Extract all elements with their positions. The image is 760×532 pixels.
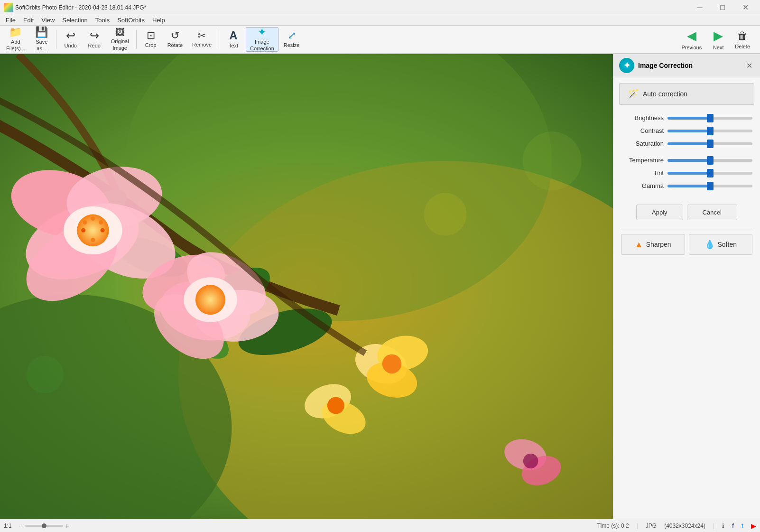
- zoom-minus-icon[interactable]: −: [19, 522, 23, 530]
- menu-softorbits[interactable]: SoftOrbits: [113, 16, 148, 25]
- facebook-icon[interactable]: f: [732, 523, 734, 529]
- canvas-area[interactable]: [0, 54, 613, 519]
- youtube-icon[interactable]: ▶: [751, 522, 756, 530]
- svg-point-18: [91, 216, 95, 221]
- saturation-slider[interactable]: [667, 142, 752, 145]
- original-image-label: OriginalImage: [111, 38, 129, 51]
- auto-correction-label: Auto correction: [643, 90, 687, 98]
- toolbar-sep-1: [56, 30, 56, 49]
- zoom-level: 1:1: [4, 523, 12, 529]
- zoom-slider-area[interactable]: − +: [19, 522, 69, 530]
- minimize-button[interactable]: ─: [689, 0, 711, 15]
- redo-icon: ↪: [90, 30, 99, 41]
- previous-button[interactable]: ◀ Previous: [677, 27, 706, 52]
- saturation-label: Saturation: [621, 140, 664, 147]
- previous-icon: ◀: [687, 28, 696, 43]
- divider: [621, 228, 752, 228]
- next-button[interactable]: ▶ Next: [707, 27, 730, 52]
- original-image-button[interactable]: 🖼 OriginalImage: [107, 27, 133, 52]
- image-correction-button[interactable]: ✦ ImageCorrection: [246, 27, 278, 52]
- crop-button[interactable]: ⊡ Crop: [139, 27, 162, 52]
- effect-buttons: ▲ Sharpen 💧 Soften: [613, 230, 760, 262]
- toolbar-sep-3: [219, 30, 219, 49]
- menu-edit[interactable]: Edit: [19, 16, 37, 25]
- twitter-icon[interactable]: t: [741, 523, 743, 529]
- temperature-row: Temperature: [621, 157, 752, 164]
- format-display: JPG: [646, 523, 657, 529]
- tint-slider[interactable]: [667, 172, 752, 175]
- rotate-icon: ↺: [171, 30, 179, 41]
- brightness-row: Brightness: [621, 114, 752, 121]
- toolbox-title-row: ✦ Image Correction: [619, 58, 693, 73]
- save-as-button[interactable]: 💾 Saveas...: [30, 27, 53, 52]
- rotate-label: Rotate: [167, 42, 183, 48]
- resize-button[interactable]: ⤢ Resize: [279, 27, 304, 52]
- delete-icon: 🗑: [737, 30, 748, 42]
- menu-selection[interactable]: Selection: [58, 16, 91, 25]
- contrast-label: Contrast: [621, 127, 664, 134]
- tint-label: Tint: [621, 169, 664, 177]
- menu-view[interactable]: View: [37, 16, 58, 25]
- sharpen-label: Sharpen: [646, 241, 671, 248]
- main-area: ✦ Image Correction ✕ 🪄 Auto correction B…: [0, 54, 760, 519]
- gamma-slider[interactable]: [667, 185, 752, 187]
- status-sep-1: |: [637, 523, 638, 529]
- undo-label: Undo: [65, 43, 77, 49]
- soften-label: Soften: [718, 241, 737, 248]
- svg-point-19: [101, 228, 105, 233]
- maximize-button[interactable]: □: [712, 0, 733, 15]
- next-icon: ▶: [714, 28, 723, 43]
- remove-label: Remove: [192, 42, 212, 48]
- undo-button[interactable]: ↩ Undo: [59, 27, 82, 52]
- resize-label: Resize: [284, 42, 300, 48]
- remove-button[interactable]: ✂ Remove: [188, 27, 216, 52]
- image-correction-icon: ✦: [258, 27, 266, 37]
- dimensions-display: (4032x3024x24): [664, 523, 705, 529]
- zoom-track[interactable]: [25, 525, 63, 527]
- menu-tools[interactable]: Tools: [92, 16, 113, 25]
- image-canvas: [0, 54, 613, 519]
- soften-button[interactable]: 💧 Soften: [689, 234, 753, 255]
- toolbar: 📁 AddFile(s)... 💾 Saveas... ↩ Undo ↪ Red…: [0, 26, 760, 54]
- brightness-label: Brightness: [621, 114, 664, 121]
- sharpen-icon: ▲: [635, 240, 643, 250]
- wand-icon: 🪄: [627, 88, 639, 100]
- contrast-slider[interactable]: [667, 130, 752, 132]
- svg-point-39: [424, 193, 467, 236]
- app-icon: [4, 3, 13, 12]
- info-icon[interactable]: ℹ: [722, 523, 724, 529]
- zoom-control: 1:1: [4, 523, 12, 529]
- text-button[interactable]: A Text: [222, 27, 245, 52]
- close-button[interactable]: ✕: [734, 0, 756, 15]
- menu-help[interactable]: Help: [148, 16, 169, 25]
- redo-button[interactable]: ↪ Redo: [83, 27, 106, 52]
- delete-button[interactable]: 🗑 Delete: [731, 27, 754, 52]
- add-files-button[interactable]: 📁 AddFile(s)...: [2, 27, 29, 52]
- toolbox-icon: ✦: [619, 58, 634, 73]
- status-bar: 1:1 − + Time (s): 0.2 | JPG (4032x3024x2…: [0, 519, 760, 532]
- original-image-icon: 🖼: [115, 28, 125, 37]
- undo-icon: ↩: [66, 30, 75, 41]
- add-files-icon: 📁: [9, 27, 22, 37]
- toolbox-close-button[interactable]: ✕: [744, 60, 754, 71]
- svg-point-20: [81, 228, 85, 233]
- saturation-row: Saturation: [621, 140, 752, 147]
- text-label: Text: [229, 43, 238, 49]
- auto-correction-button[interactable]: 🪄 Auto correction: [619, 83, 754, 105]
- svg-point-41: [26, 356, 64, 393]
- remove-icon: ✂: [198, 31, 206, 40]
- resize-icon: ⤢: [287, 30, 296, 41]
- sharpen-button[interactable]: ▲ Sharpen: [621, 234, 685, 255]
- apply-button[interactable]: Apply: [636, 205, 683, 220]
- cancel-button[interactable]: Cancel: [687, 205, 737, 220]
- toolbox-title: Image Correction: [638, 62, 693, 69]
- zoom-plus-icon[interactable]: +: [65, 522, 69, 530]
- next-label: Next: [713, 45, 724, 50]
- save-as-label: Saveas...: [36, 39, 47, 51]
- temperature-slider[interactable]: [667, 159, 752, 162]
- rotate-button[interactable]: ↺ Rotate: [163, 27, 187, 52]
- svg-point-38: [523, 454, 538, 469]
- brightness-slider[interactable]: [667, 117, 752, 120]
- crop-label: Crop: [145, 42, 157, 48]
- menu-file[interactable]: File: [2, 16, 19, 25]
